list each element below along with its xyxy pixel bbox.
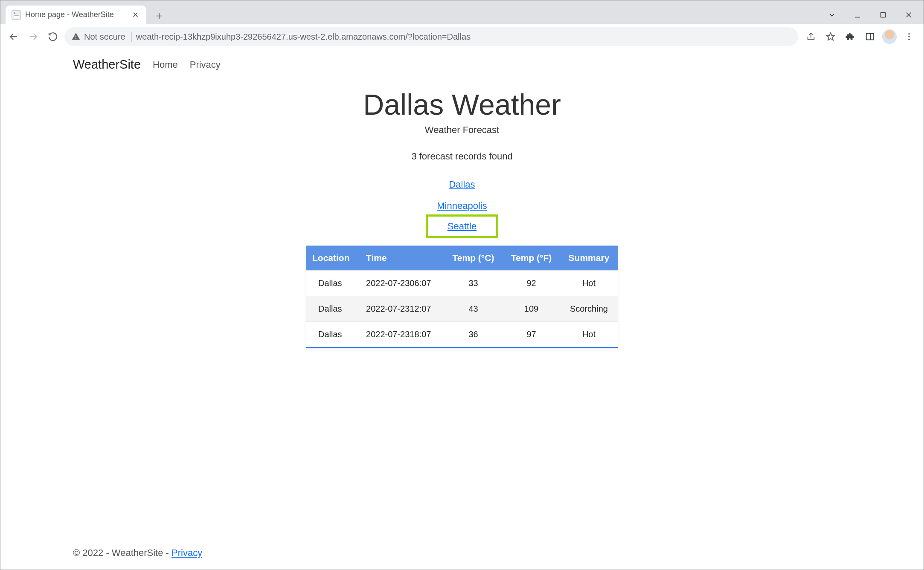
table-row: Dallas2022-07-2312:0743109Scorching bbox=[306, 296, 618, 322]
table-header: Temp (°F) bbox=[503, 246, 560, 271]
extensions-icon[interactable] bbox=[841, 27, 860, 46]
table-cell: 109 bbox=[503, 296, 560, 322]
window-maximize-icon[interactable] bbox=[870, 6, 896, 23]
table-cell: Dallas bbox=[306, 296, 360, 322]
svg-point-12 bbox=[908, 36, 910, 38]
table-cell: Scorching bbox=[560, 296, 618, 322]
table-body: Dallas2022-07-2306:073392HotDallas2022-0… bbox=[306, 271, 618, 348]
brand[interactable]: WeatherSite bbox=[73, 58, 141, 72]
avatar-icon bbox=[882, 29, 897, 44]
address-row: Not secure weath-recip-13khzp9ixuhp3-292… bbox=[0, 24, 924, 49]
tab-title: Home page - WeatherSite bbox=[25, 10, 126, 19]
svg-rect-6 bbox=[76, 35, 76, 38]
site-nav: WeatherSite Home Privacy bbox=[0, 49, 924, 80]
table-header: Summary bbox=[560, 246, 618, 271]
table-header: Location bbox=[306, 246, 360, 271]
url-text: weath-recip-13khzp9ixuhp3-292656427.us-w… bbox=[136, 32, 471, 42]
table-cell: 33 bbox=[444, 271, 503, 296]
footer: © 2022 - WeatherSite - Privacy bbox=[0, 536, 924, 570]
not-secure-indicator[interactable]: Not secure bbox=[71, 32, 132, 42]
forecast-table: LocationTimeTemp (°C)Temp (°F)Summary Da… bbox=[306, 246, 618, 348]
city-link-seattle[interactable]: Seattle bbox=[428, 217, 497, 236]
table-header: Temp (°C) bbox=[444, 246, 503, 271]
table-cell: 2022-07-2306:07 bbox=[360, 271, 444, 296]
table-cell: 36 bbox=[444, 322, 503, 348]
kebab-menu-icon[interactable] bbox=[900, 27, 918, 46]
page-title: Dallas Weather bbox=[363, 88, 561, 121]
tab-bar: Home page - WeatherSite ✕ ＋ bbox=[0, 0, 924, 24]
svg-rect-1 bbox=[881, 12, 886, 17]
city-link-minneapolis[interactable]: Minneapolis bbox=[427, 195, 496, 217]
table-cell: 43 bbox=[444, 296, 503, 322]
navlink-privacy[interactable]: Privacy bbox=[190, 59, 221, 70]
not-secure-label: Not secure bbox=[84, 32, 125, 42]
side-panel-icon[interactable] bbox=[860, 27, 879, 46]
profile-avatar[interactable] bbox=[880, 27, 899, 46]
browser-chrome: Home page - WeatherSite ✕ ＋ bbox=[0, 0, 924, 49]
city-links: DallasMinneapolisSeattle bbox=[427, 174, 496, 236]
table-cell: Hot bbox=[560, 322, 618, 348]
bookmark-star-icon[interactable] bbox=[821, 27, 840, 46]
subtitle: Weather Forecast bbox=[425, 124, 499, 136]
table-header-row: LocationTimeTemp (°C)Temp (°F)Summary bbox=[306, 246, 618, 271]
window-close-icon[interactable] bbox=[896, 6, 921, 23]
svg-point-13 bbox=[908, 39, 910, 41]
reload-button[interactable] bbox=[45, 29, 61, 45]
table-cell: Hot bbox=[560, 271, 618, 296]
tabs-chevron-icon[interactable] bbox=[819, 6, 845, 23]
footer-privacy-link[interactable]: Privacy bbox=[171, 547, 202, 558]
new-tab-button[interactable]: ＋ bbox=[151, 7, 168, 24]
close-tab-icon[interactable]: ✕ bbox=[131, 10, 140, 20]
share-icon[interactable] bbox=[802, 27, 820, 46]
svg-marker-8 bbox=[827, 33, 834, 40]
footer-text: © 2022 - WeatherSite - bbox=[73, 547, 171, 558]
table-cell: 97 bbox=[503, 322, 560, 348]
records-found: 3 forecast records found bbox=[411, 151, 512, 162]
table-cell: Dallas bbox=[306, 271, 360, 296]
table-row: Dallas2022-07-2306:073392Hot bbox=[306, 271, 618, 296]
table-cell: 2022-07-2318:07 bbox=[360, 322, 444, 348]
svg-rect-7 bbox=[76, 38, 76, 39]
table-cell: Dallas bbox=[306, 322, 360, 348]
browser-tab[interactable]: Home page - WeatherSite ✕ bbox=[6, 6, 146, 24]
svg-rect-9 bbox=[866, 34, 874, 40]
window-controls bbox=[819, 6, 924, 24]
forward-button[interactable] bbox=[25, 29, 41, 45]
city-link-dallas[interactable]: Dallas bbox=[439, 174, 484, 195]
page: WeatherSite Home Privacy Dallas Weather … bbox=[0, 49, 924, 570]
warning-icon bbox=[71, 32, 81, 41]
main-content: Dallas Weather Weather Forecast 3 foreca… bbox=[0, 80, 924, 536]
table-row: Dallas2022-07-2318:073697Hot bbox=[306, 322, 618, 348]
svg-point-11 bbox=[908, 33, 910, 35]
address-bar[interactable]: Not secure weath-recip-13khzp9ixuhp3-292… bbox=[64, 27, 798, 46]
table-cell: 92 bbox=[503, 271, 560, 296]
navlink-home[interactable]: Home bbox=[153, 59, 178, 70]
back-button[interactable] bbox=[6, 29, 22, 45]
window-minimize-icon[interactable] bbox=[845, 6, 870, 23]
favicon-icon bbox=[12, 10, 21, 20]
table-cell: 2022-07-2312:07 bbox=[360, 296, 444, 322]
table-header: Time bbox=[360, 246, 444, 271]
